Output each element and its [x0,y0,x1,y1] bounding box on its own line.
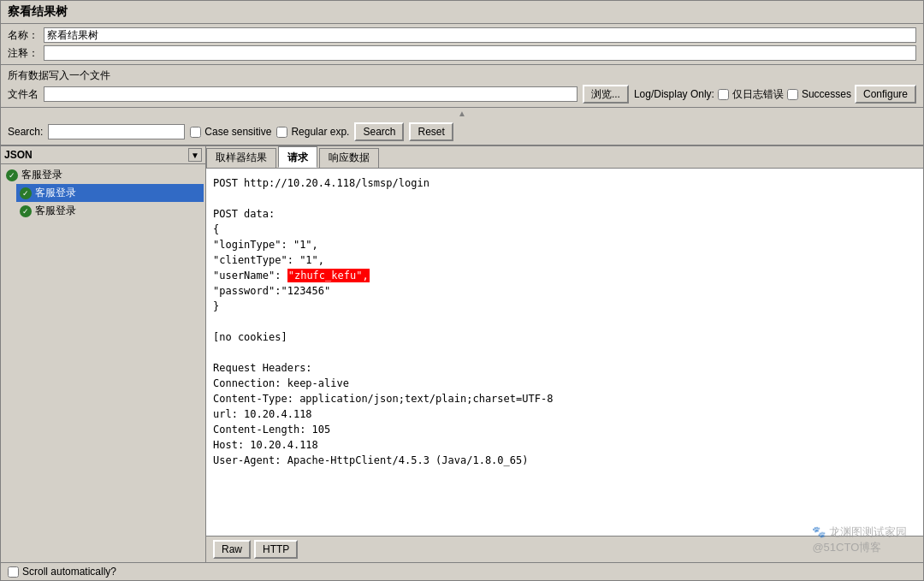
check-icon: ✓ [6,169,18,181]
content-line7: "userName": "zhufc_kefu", [213,268,916,283]
content-line13: Request Headers: [213,360,916,376]
case-sensitive-label: Case sensitive [204,126,271,138]
tab-response-data[interactable]: 响应数据 [319,148,379,168]
http-button[interactable]: HTTP [254,540,298,559]
regex-checkbox[interactable] [276,127,287,138]
log-display-label: Log/Display Only: [634,88,714,100]
content-line2 [213,191,916,206]
left-panel-header: JSON ▼ [1,146,205,164]
regex-group: Regular exp. [276,126,349,138]
all-data-label: 所有数据写入一个文件 [8,68,916,83]
comment-input[interactable] [44,45,916,61]
tree-item[interactable]: ✓ 客服登录 [16,202,204,220]
main-content: JSON ▼ ✓ 客服登录 ✓ 客服登录 ✓ 客服登录 [1,146,923,562]
scroll-checkbox-group: Scroll automatically? [8,566,116,578]
check-icon: ✓ [20,187,32,199]
tree-item-label: 客服登录 [21,168,62,182]
configure-button[interactable]: Configure [855,85,916,104]
content-line16: url: 10.20.4.118 [213,406,916,422]
regex-label: Regular exp. [291,126,349,138]
search-input[interactable] [48,124,185,139]
content-line17: Content-Length: 105 [213,422,916,437]
reset-button[interactable]: Reset [409,122,453,141]
content-line4: { [213,222,916,237]
format-tabs: Raw HTTP [213,540,298,559]
content-line11: [no cookies] [213,329,916,345]
content-line19: User-Agent: Apache-HttpClient/4.5.3 (Jav… [213,453,916,468]
tree-item-label: 客服登录 [35,186,76,200]
name-label: 名称： [8,28,38,43]
file-section: 所有数据写入一个文件 文件名 浏览... Log/Display Only: 仅… [1,65,923,108]
check-icon: ✓ [20,205,32,217]
content-line8: "password":"123456" [213,283,916,299]
highlighted-username: "zhufc_kefu", [287,269,370,282]
content-line15: Content-Type: application/json;text/plai… [213,391,916,406]
json-label: JSON [4,149,188,161]
content-area: POST http://10.20.4.118/lsmsp/login POST… [206,169,923,536]
scroll-label: Scroll automatically? [22,566,116,578]
right-bottom-bar: Raw HTTP [206,536,923,562]
content-line10 [213,314,916,329]
file-row: 文件名 浏览... Log/Display Only: 仅日志错误 Succes… [8,85,916,104]
file-label: 文件名 [8,87,38,102]
right-panel: 取样器结果 请求 响应数据 POST http://10.20.4.118/ls… [206,146,923,562]
comment-label: 注释： [8,46,38,61]
form-section: 名称： 注释： [1,24,923,65]
scroll-checkbox[interactable] [8,566,19,578]
search-button[interactable]: Search [354,122,404,141]
content-line14: Connection: keep-alive [213,376,916,391]
log-errors-checkbox[interactable] [718,89,729,100]
name-input[interactable] [44,27,916,43]
content-line12 [213,345,916,360]
content-line3: POST data: [213,206,916,222]
name-row: 名称： [8,27,916,43]
tree-item[interactable]: ✓ 客服登录 [3,166,204,184]
log-options: Log/Display Only: 仅日志错误 Successes Config… [634,85,916,104]
main-window: 察看结果树 名称： 注释： 所有数据写入一个文件 文件名 浏览... Log/D… [0,0,924,581]
bottom-bar: Scroll automatically? [1,562,923,580]
file-input[interactable] [44,86,578,102]
tab-sampler-result[interactable]: 取样器结果 [206,148,276,168]
browse-button[interactable]: 浏览... [583,85,629,104]
case-sensitive-group: Case sensitive [190,126,271,138]
search-label: Search: [8,126,43,138]
successes-label: Successes [802,88,851,100]
comment-row: 注释： [8,45,916,61]
tree-item[interactable]: ✓ 客服登录 [16,184,204,202]
log-errors-label: 仅日志错误 [732,87,784,102]
content-line9: } [213,299,916,314]
content-line5: "loginType": "1", [213,237,916,252]
tabs: 取样器结果 请求 响应数据 [206,146,923,169]
content-line18: Host: 10.20.4.118 [213,437,916,453]
case-sensitive-checkbox[interactable] [190,127,201,138]
window-title: 察看结果树 [8,4,68,18]
left-panel: JSON ▼ ✓ 客服登录 ✓ 客服登录 ✓ 客服登录 [1,146,206,562]
tab-request[interactable]: 请求 [278,146,317,168]
dropdown-button[interactable]: ▼ [188,148,202,162]
content-line1: POST http://10.20.4.118/lsmsp/login [213,175,916,191]
search-bar: Search: Case sensitive Regular exp. Sear… [1,119,923,146]
tree-list: ✓ 客服登录 ✓ 客服登录 ✓ 客服登录 [1,164,205,562]
raw-button[interactable]: Raw [213,540,251,559]
content-line6: "clientType": "1", [213,252,916,268]
tree-item-label: 客服登录 [35,204,76,218]
title-bar: 察看结果树 [1,1,923,24]
divider-arrow: ▲ [1,108,923,119]
successes-checkbox[interactable] [787,89,798,100]
